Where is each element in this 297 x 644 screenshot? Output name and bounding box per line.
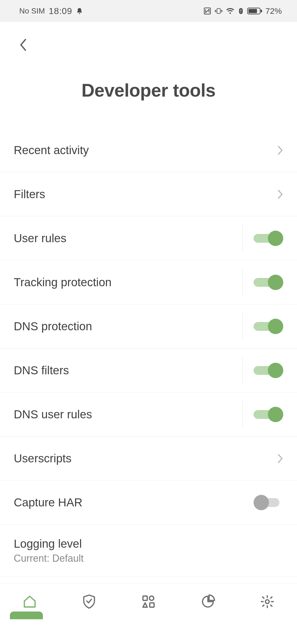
nfc-icon (203, 7, 211, 15)
row-label: Capture HAR (14, 496, 82, 509)
wifi-icon (226, 7, 235, 15)
row-filters[interactable]: Filters (0, 172, 297, 216)
toggle-capture-har[interactable] (254, 494, 283, 511)
row-label: DNS user rules (14, 408, 92, 421)
settings-list: Recent activity Filters User rules Track… (0, 128, 297, 577)
row-label: Tracking protection (14, 276, 112, 289)
nav-active-indicator (10, 612, 43, 619)
toggle-wrap (254, 494, 283, 511)
svg-rect-1 (217, 9, 220, 13)
toggle-wrap (242, 357, 283, 384)
row-userscripts[interactable]: Userscripts (0, 436, 297, 481)
gear-icon (260, 594, 274, 609)
vertical-separator (242, 269, 243, 296)
shield-check-icon (82, 594, 96, 609)
chevron-right-icon (277, 454, 283, 463)
row-dns-filters[interactable]: DNS filters (0, 348, 297, 392)
row-label: Filters (14, 188, 45, 201)
back-button[interactable] (15, 37, 32, 54)
svg-rect-3 (241, 9, 241, 12)
bottom-nav (0, 583, 297, 619)
vibrate-icon (214, 7, 223, 15)
row-capture-har[interactable]: Capture HAR (0, 481, 297, 525)
row-recent-activity[interactable]: Recent activity (0, 128, 297, 172)
home-icon (23, 594, 37, 609)
row-label: Userscripts (14, 452, 72, 465)
status-bar: No SIM 18:09 72% (0, 0, 297, 22)
vertical-separator (242, 313, 243, 340)
row-label: DNS filters (14, 364, 69, 377)
svg-point-4 (241, 12, 241, 13)
toggle-wrap (242, 401, 283, 428)
row-tracking-protection[interactable]: Tracking protection (0, 260, 297, 304)
status-no-sim: No SIM (19, 7, 45, 15)
page-title: Developer tools (0, 80, 297, 101)
shapes-icon (141, 594, 156, 609)
alert-icon (237, 7, 244, 15)
nav-settings[interactable] (258, 592, 277, 611)
row-user-rules[interactable]: User rules (0, 216, 297, 260)
row-dns-user-rules[interactable]: DNS user rules (0, 392, 297, 436)
toggle-dns-filters[interactable] (254, 362, 283, 379)
chevron-right-icon (277, 189, 283, 199)
row-label: User rules (14, 232, 66, 245)
svg-point-9 (149, 596, 154, 600)
nav-protection[interactable] (79, 592, 99, 611)
pie-chart-icon (201, 594, 215, 609)
nav-stats[interactable] (198, 592, 218, 611)
vertical-separator (242, 225, 243, 252)
toggle-wrap (242, 313, 283, 340)
svg-rect-10 (150, 603, 154, 607)
row-logging-level[interactable]: Logging level Current: Default (0, 525, 297, 577)
toggle-tracking-protection[interactable] (254, 274, 283, 291)
row-dns-protection[interactable]: DNS protection (0, 304, 297, 348)
row-sublabel: Current: Default (14, 553, 84, 564)
nav-apps[interactable] (139, 592, 158, 611)
row-label: Recent activity (14, 144, 89, 157)
chevron-left-icon (19, 38, 28, 53)
vertical-separator (242, 357, 243, 384)
toggle-user-rules[interactable] (254, 230, 283, 247)
toggle-dns-user-rules[interactable] (254, 406, 283, 423)
chevron-right-icon (277, 145, 283, 155)
svg-rect-6 (248, 9, 257, 13)
status-right: 72% (203, 6, 282, 16)
row-label: DNS protection (14, 320, 92, 333)
nav-home[interactable] (20, 592, 39, 611)
toggle-wrap (242, 225, 283, 252)
svg-rect-7 (261, 10, 262, 12)
svg-rect-8 (143, 596, 147, 600)
toggle-dns-protection[interactable] (254, 318, 283, 335)
status-time: 18:09 (49, 6, 72, 16)
bell-icon (76, 7, 83, 15)
status-battery-pct: 72% (265, 6, 282, 16)
row-label: Logging level (14, 537, 84, 550)
app-bar (0, 22, 297, 69)
svg-point-11 (265, 600, 269, 604)
status-left: No SIM 18:09 (19, 6, 83, 16)
row-label-group: Logging level Current: Default (14, 537, 84, 564)
toggle-wrap (242, 269, 283, 296)
battery-icon (247, 7, 263, 15)
vertical-separator (242, 401, 243, 428)
